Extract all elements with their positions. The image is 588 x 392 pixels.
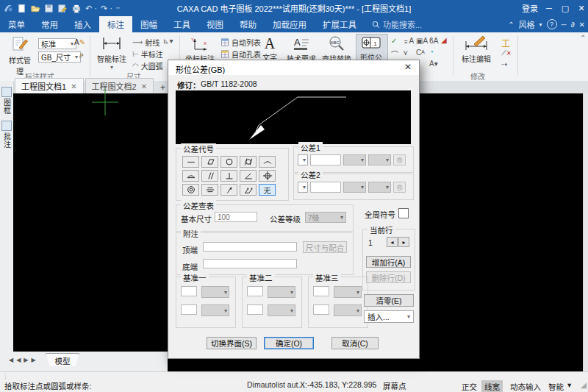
grade-combo[interactable]: 7级▾ xyxy=(305,212,346,223)
tol2-modifier-combo[interactable]: ▾ xyxy=(343,182,366,193)
auto-hole-button[interactable]: 自动孔表 xyxy=(220,49,261,60)
document-tab-close-icon[interactable]: ✕ xyxy=(141,82,147,90)
symbol-concentricity-button[interactable] xyxy=(182,184,199,196)
ribbon-collapse-icon[interactable]: ⌃ xyxy=(508,21,514,29)
minimize-button[interactable]: ─ xyxy=(544,4,554,13)
screen-point-label[interactable]: 屏幕点 xyxy=(383,380,406,391)
menu-tab-扩展工具[interactable]: 扩展工具 xyxy=(315,16,365,33)
datum2-row2-combo[interactable]: ▾ xyxy=(268,304,295,316)
style-menu-arrow-icon[interactable]: ▾ xyxy=(539,21,542,28)
style-tool-icon[interactable]: ⇗ xyxy=(78,51,84,60)
side-tab-批注[interactable]: 批注 xyxy=(1,121,12,149)
switch-ui-button[interactable]: 切换界面(S) xyxy=(207,337,257,349)
symbol-line-profile-button[interactable] xyxy=(259,156,276,168)
symbol-position-button[interactable] xyxy=(259,170,276,182)
help-icon[interactable]: ? xyxy=(547,19,557,29)
slope-icon[interactable]: ◢ xyxy=(441,36,447,44)
datum3-row2-input[interactable] xyxy=(313,304,329,315)
dashed-arrow-icon[interactable]: ⇢ xyxy=(501,60,507,68)
datum3-row2-combo[interactable]: ▾ xyxy=(334,304,362,316)
menu-tab-图幅[interactable]: 图幅 xyxy=(132,16,165,33)
datum1-row2-input[interactable] xyxy=(181,304,197,315)
ribbon-minimize-icon[interactable]: ⌃ xyxy=(580,34,586,42)
style-menu[interactable]: 风格 xyxy=(519,18,535,30)
datum2-row2-input[interactable] xyxy=(247,304,263,315)
datum1-row1-input[interactable] xyxy=(181,286,197,296)
center-hole-icon[interactable]: Cᴬ xyxy=(416,49,425,57)
auto-list-button[interactable]: 自动列表 xyxy=(220,37,261,48)
function-search[interactable]: 功能搜索... xyxy=(372,18,422,30)
smart-snap-toggle[interactable]: 智能 xyxy=(545,380,567,392)
datum3-row1-combo[interactable]: ▾ xyxy=(334,286,362,298)
half-dim-button[interactable]: ⊢半标注 xyxy=(132,49,163,60)
delete-dim-icon[interactable]: ⟋✕ xyxy=(501,49,512,57)
ray-button[interactable]: ⟿射线 xyxy=(132,37,159,48)
fillet-dim-icon[interactable]: ⌒ xyxy=(391,49,398,60)
menu-tab-插入[interactable]: 插入 xyxy=(66,16,99,33)
tol1-modifier-combo[interactable]: ▾ xyxy=(343,154,366,165)
datum2-row1-input[interactable] xyxy=(247,286,263,296)
vertical-scrollbar[interactable] xyxy=(583,93,588,371)
text-button[interactable]: A 文字 xyxy=(259,35,281,63)
dim-style-standard-combo[interactable]: 标准▾ xyxy=(38,38,76,49)
line-width-toggle[interactable]: 线宽 xyxy=(481,380,503,392)
tol1-r-button[interactable]: ® xyxy=(393,154,406,165)
symbol-angularity-button[interactable] xyxy=(240,170,257,182)
tol1-value-input[interactable] xyxy=(310,154,341,165)
qat-customize-icon[interactable]: ╍ xyxy=(116,4,120,12)
dialog-title-bar[interactable]: 形位公差(GB) ✕ xyxy=(168,60,419,75)
print-icon[interactable] xyxy=(71,4,82,13)
datum2-row1-combo[interactable]: ▾ xyxy=(268,286,295,298)
symbol-none-button[interactable]: 无 xyxy=(259,184,276,196)
symbol-circularity-button[interactable] xyxy=(220,156,237,168)
row-prev-button[interactable]: ◂ xyxy=(387,237,398,247)
tol2-modifier2-combo[interactable]: ▾ xyxy=(368,182,391,193)
menu-tab-工具[interactable]: 工具 xyxy=(165,16,198,33)
symbol-symmetry-button[interactable] xyxy=(201,184,218,196)
menu-tab-菜单[interactable]: 菜单 xyxy=(0,16,33,33)
login-button[interactable]: 登录 xyxy=(522,2,538,14)
row-next-button[interactable]: ▸ xyxy=(398,237,409,247)
menu-tab-标注[interactable]: 标注 xyxy=(99,16,132,33)
symbol-perpendicularity-button[interactable] xyxy=(220,170,237,182)
basic-size-input[interactable] xyxy=(215,212,257,222)
dim-style-gb-combo[interactable]: GB_尺寸▾ xyxy=(38,51,81,63)
angle-dim-icon[interactable]: ⊾▾ xyxy=(163,37,173,45)
clear-button[interactable]: 清零(E) xyxy=(364,294,414,307)
sheet-nav-buttons[interactable]: ◀◀▶▶ xyxy=(9,357,39,363)
ortho-toggle[interactable]: 正交 xyxy=(459,380,480,392)
symbol-surface-profile-button[interactable] xyxy=(182,170,199,182)
vee-dim-icon[interactable]: ⋎ xyxy=(403,49,408,57)
save-icon[interactable] xyxy=(44,4,54,13)
ok-button[interactable]: 确定(O) xyxy=(264,337,314,349)
symbol-total-runout-button[interactable] xyxy=(240,184,257,196)
arc-text-icon[interactable]: ⌅A xyxy=(403,37,414,45)
tol1-prefix-combo[interactable]: ▾ xyxy=(298,154,308,165)
menu-tab-帮助[interactable]: 帮助 xyxy=(232,16,265,33)
add-row-button[interactable]: 增加行(A) xyxy=(366,256,411,268)
menu-tab-加载应用[interactable]: 加载应用 xyxy=(265,16,315,33)
delete-row-button[interactable]: 删除行(D) xyxy=(366,271,411,283)
smart-dim-button[interactable]: 智能标注 ▾ xyxy=(96,35,128,71)
tol2-value-input[interactable] xyxy=(310,182,341,193)
model-tab[interactable]: 模型 xyxy=(46,353,79,366)
smart-snap-arrow-icon[interactable]: ▾ xyxy=(567,380,571,389)
text-arrow-icon[interactable]: A▾ xyxy=(429,60,438,68)
insert-combo[interactable]: 插入...▾ xyxy=(364,310,414,323)
mdi-restore-icon[interactable]: ∂ xyxy=(571,21,575,29)
dynamic-input-toggle[interactable]: 动态输入 xyxy=(507,380,544,392)
symbol-circular-runout-button[interactable] xyxy=(220,184,237,196)
top-note-input[interactable] xyxy=(203,242,297,252)
symbol-cylindricity-button[interactable] xyxy=(240,156,257,168)
check-dim-icon[interactable]: ✓ xyxy=(391,37,397,45)
tol2-r-button[interactable]: ® xyxy=(393,182,406,193)
boxed-text-icon[interactable]: ▣A xyxy=(416,37,428,45)
all-around-checkbox[interactable] xyxy=(398,208,409,218)
datum3-row1-input[interactable] xyxy=(313,286,329,296)
big-arc-button[interactable]: ◠大圆弧 xyxy=(132,60,163,71)
menu-tab-常用[interactable]: 常用 xyxy=(33,16,66,33)
tol1-modifier2-combo[interactable]: ▾ xyxy=(368,154,391,165)
symbol-parallelism-button[interactable] xyxy=(201,170,218,182)
document-tab-close-icon[interactable]: ✕ xyxy=(71,82,76,90)
mdi-close-icon[interactable]: ✕ xyxy=(579,21,585,29)
